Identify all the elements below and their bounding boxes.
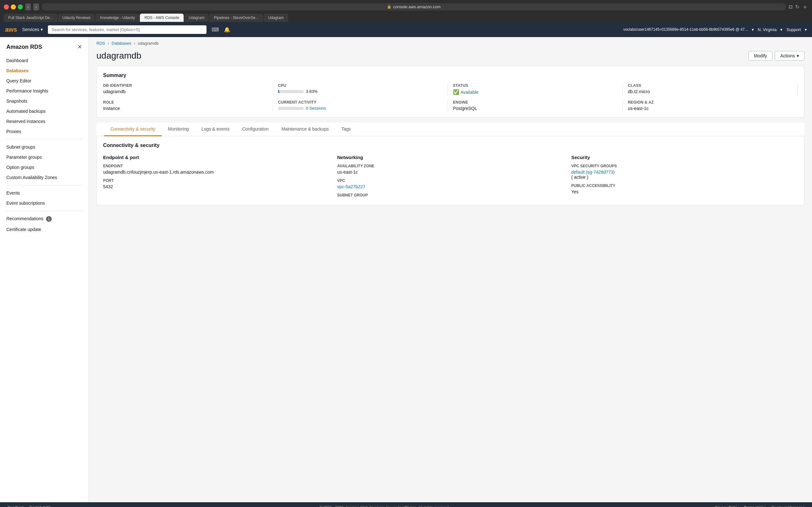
security-col: Security VPC security groups default (sg…: [571, 155, 798, 199]
feedback-link[interactable]: Feedback: [8, 505, 24, 507]
subnet-label: Subnet group: [337, 193, 564, 198]
sidebar-item-automated-backups[interactable]: Automated backups: [0, 106, 89, 116]
actions-button[interactable]: Actions ▾: [775, 51, 804, 60]
sidebar-item-query-editor[interactable]: Query Editor: [0, 76, 89, 86]
account-chevron-icon[interactable]: ▾: [752, 27, 754, 32]
global-search-input[interactable]: [48, 25, 206, 34]
vpc-value: vpc-5a27b227: [337, 184, 564, 189]
sidebar-item-events[interactable]: Events: [0, 188, 89, 198]
vpc-link[interactable]: vpc-5a27b227: [337, 184, 365, 189]
sidebar-item-proxies[interactable]: Proxies: [0, 126, 89, 136]
breadcrumb-databases[interactable]: Databases: [112, 41, 131, 46]
summary-region-az: Region & AZ us-east-1c: [628, 100, 798, 111]
language-selector[interactable]: English (US) ▾: [30, 505, 54, 507]
sidebar-item-certificate-update[interactable]: Certificate update: [0, 224, 89, 234]
summary-role-label: Role: [103, 100, 268, 105]
tab-connectivity[interactable]: Connectivity & security: [104, 123, 162, 136]
vpc-sg-label: VPC security groups: [571, 164, 798, 168]
summary-engine-value: PostgreSQL: [453, 106, 618, 111]
maximize-window-btn[interactable]: [18, 4, 23, 9]
sidebar-item-parameter-groups[interactable]: Parameter groups: [0, 152, 89, 162]
tab-tags[interactable]: Tags: [335, 123, 357, 136]
browser-tab-2[interactable]: Knowledge - Udacity: [96, 14, 139, 22]
terms-of-use-link[interactable]: Terms of Use: [744, 505, 766, 507]
summary-status-label: Status: [453, 83, 618, 88]
refresh-icon[interactable]: ↻: [795, 4, 799, 10]
forward-btn[interactable]: ›: [33, 3, 39, 10]
minimize-window-btn[interactable]: [11, 4, 16, 9]
vpc-label: VPC: [337, 178, 564, 183]
content-area: RDS › Databases › udagramdb udagramdb Mo…: [89, 37, 812, 502]
az-label: Availability zone: [337, 164, 564, 168]
sidebar-item-custom-az[interactable]: Custom Availability Zones: [0, 172, 89, 182]
summary-db-identifier-value: udagramdb: [103, 89, 268, 94]
tab-logs-events[interactable]: Logs & events: [195, 123, 236, 136]
sessions-link[interactable]: 0 Sessions: [306, 106, 326, 111]
sidebar-item-option-groups[interactable]: Option groups: [0, 162, 89, 172]
sidebar-divider-2: [6, 185, 82, 185]
account-name[interactable]: voclabs/user1467145=0135689e-8514-11eb-b…: [623, 27, 748, 32]
browser-tab-4[interactable]: Udagram: [184, 14, 209, 22]
browser-tab-3[interactable]: RDS - AWS Console: [140, 14, 184, 22]
security-heading: Security: [571, 155, 798, 160]
networking-col: Networking Availability zone us-east-1c …: [337, 155, 564, 199]
address-bar[interactable]: 🔒 console.aws.amazon.com: [42, 3, 786, 10]
vpc-sg-status: ( active ): [571, 175, 589, 180]
cpu-bar: [278, 90, 304, 93]
browser-tab-1[interactable]: Udacity Reviews: [58, 14, 95, 22]
new-tab-btn[interactable]: ＋: [802, 3, 808, 11]
sidebar-item-event-subscriptions[interactable]: Event subscriptions: [0, 198, 89, 208]
close-window-btn[interactable]: [4, 4, 9, 9]
services-menu-btn[interactable]: Services ▾: [22, 27, 43, 32]
services-label: Services: [22, 27, 39, 32]
footer-copyright: © 2008 - 2021, Amazon Web Services, Inc.…: [319, 505, 450, 507]
sidebar-item-reserved-instances[interactable]: Reserved instances: [0, 116, 89, 126]
support-chevron-icon[interactable]: ▾: [805, 27, 807, 32]
breadcrumb-rds[interactable]: RDS: [96, 41, 105, 46]
back-btn[interactable]: ‹: [26, 3, 31, 10]
modify-button[interactable]: Modify: [749, 51, 772, 60]
breadcrumb-current: udagramdb: [138, 41, 159, 46]
browser-window-controls: [4, 4, 23, 9]
summary-class-value: db.t2.micro: [628, 89, 793, 94]
sidebar-item-databases[interactable]: Databases: [0, 66, 89, 76]
sidebar-item-snapshots[interactable]: Snapshots: [0, 96, 89, 106]
public-label: Public accessibility: [571, 183, 798, 188]
recommendations-badge: 1: [46, 216, 52, 222]
sidebar-item-dashboard[interactable]: Dashboard: [0, 55, 89, 66]
services-chevron-icon: ▾: [41, 27, 43, 32]
summary-cpu: CPU 3.83%: [278, 83, 448, 95]
lock-icon: 🔒: [387, 5, 392, 9]
region-chevron-icon[interactable]: ▾: [780, 27, 782, 32]
cpu-percentage: 3.83%: [306, 89, 318, 94]
aws-logo: aws: [5, 26, 17, 33]
privacy-policy-link[interactable]: Privacy Policy: [715, 505, 739, 507]
tab-monitoring[interactable]: Monitoring: [162, 123, 195, 136]
endpoint-port-heading: Endpoint & port: [103, 155, 329, 160]
sidebar-close-btn[interactable]: ✕: [78, 43, 82, 50]
summary-cpu-label: CPU: [278, 83, 443, 88]
tab-configuration[interactable]: Configuration: [236, 123, 275, 136]
tab-maintenance[interactable]: Maintenance & backups: [275, 123, 335, 136]
support-menu[interactable]: Support: [786, 27, 801, 32]
browser-tab-5[interactable]: Pipelines - SteveOverSe...: [209, 14, 263, 22]
region-selector[interactable]: N. Virginia: [758, 27, 777, 32]
sidebar-item-recommendations[interactable]: Recommendations 1: [0, 214, 89, 224]
sidebar-divider-1: [6, 139, 82, 139]
sidebar-item-performance-insights[interactable]: Performance Insights: [0, 86, 89, 96]
browser-tab-6[interactable]: Udagram: [264, 14, 288, 22]
browser-tab-0[interactable]: Full Stack JavaScript De...: [4, 14, 57, 22]
notification-icon[interactable]: 🔔: [224, 26, 230, 33]
cookie-preferences-link[interactable]: Cookie preferences: [771, 505, 804, 507]
sidebar: Amazon RDS ✕ Dashboard Databases Query E…: [0, 37, 89, 502]
sidebar-item-subnet-groups[interactable]: Subnet groups: [0, 142, 89, 152]
endpoint-label: Endpoint: [103, 164, 329, 168]
summary-db-identifier-label: DB identifier: [103, 83, 268, 88]
summary-title: Summary: [103, 72, 798, 78]
vpc-sg-link[interactable]: default (sg-7428d773): [571, 170, 615, 175]
cast-icon[interactable]: ⊟: [789, 4, 793, 10]
summary-engine: Engine PostgreSQL: [453, 100, 623, 111]
cloud-shell-icon[interactable]: ⌨: [212, 26, 219, 33]
public-value: Yes: [571, 189, 798, 194]
browser-action-icons: ⊟ ↻: [789, 4, 799, 10]
